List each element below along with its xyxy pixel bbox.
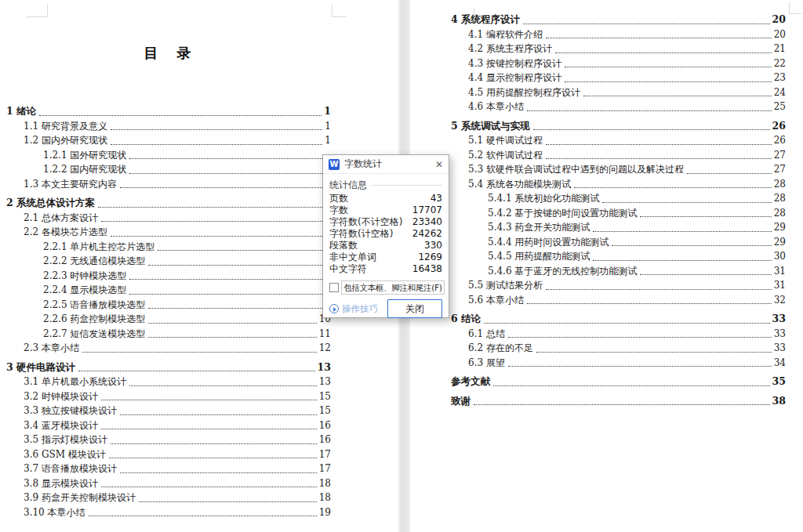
toc-entry[interactable]: 5.5 测试结果分析 31 (451, 278, 786, 293)
dot-leader (484, 323, 770, 324)
toc-entry-text: 3 硬件电路设计 (6, 360, 75, 375)
toc-entry-text: 6 结论 (451, 312, 481, 327)
toc-entry-text: 2.2 各模块芯片选型 (6, 225, 107, 240)
toc-entry-page: 29 (774, 220, 786, 235)
toc-entry[interactable]: 2.2.6 药盒控制模块选型 10 (6, 312, 331, 327)
toc-entry[interactable]: 4.3 按键控制程序设计 22 (451, 56, 786, 71)
toc-entry[interactable]: 1 绪论 1 (6, 104, 331, 119)
toc-entry[interactable]: 5.6 本章小结 32 (451, 293, 786, 308)
toc-entry[interactable]: 5 系统调试与实现 26 (451, 119, 786, 134)
toc-entry[interactable]: 3.4 蓝牙模块设计 16 (6, 418, 331, 433)
toc-entry[interactable]: 6.3 展望 34 (451, 356, 786, 371)
toc-entry[interactable]: 5.4.2 基于按键的时间设置功能测试 28 (451, 206, 786, 221)
toc-entry[interactable]: 5.4.5 用药提醒功能测试 30 (451, 249, 786, 264)
toc-entry[interactable]: 5.4 系统各功能模块测试 28 (451, 177, 786, 192)
toc-entry[interactable]: 5.3 软硬件联合调试过程中遇到的问题以及解决过程 27 (451, 162, 786, 177)
toc-entry[interactable]: 3.2 时钟模块设计 15 (6, 389, 331, 404)
toc-entry-text: 2.2.4 显示模块选型 (6, 283, 126, 298)
dot-leader (158, 250, 329, 251)
include-footnotes-row: 包括文本框、脚注和尾注(F) (329, 280, 442, 295)
toc-entry-text: 4.1 编程软件介绍 (451, 27, 543, 42)
toc-entry[interactable]: 2 系统总体设计方案 (6, 196, 331, 211)
stat-row: 中文字符 16438 (329, 263, 442, 275)
toc-entry[interactable]: 3.3 独立按键模块设计 15 (6, 404, 331, 418)
toc-entry-text: 5.4.3 药盒开关功能测试 (451, 220, 590, 235)
toc-entry-text: 3.7 语音播放模块设计 (6, 461, 117, 476)
toc-entry[interactable]: 4.2 系统主程序设计 21 (451, 42, 786, 56)
toc-entry[interactable]: 6.1 总结 33 (451, 327, 786, 342)
toc-entry[interactable]: 1.3 本文主要研究内容 (6, 177, 331, 192)
toc-entry[interactable]: 2.1 总体方案设计 (6, 211, 331, 226)
toc-entry[interactable]: 3.6 GSM 模块设计 17 (6, 447, 331, 462)
toc-entry-page: 33 (774, 327, 786, 342)
toc-entry-text: 2.2.5 语音播放模块选型 (6, 298, 145, 313)
toc-entry[interactable]: 3.8 显示模块设计 18 (6, 476, 331, 491)
toc-entry[interactable]: 1.1 研究背景及意义 1 (6, 119, 331, 134)
margin-corner-mark (27, 5, 48, 17)
dot-leader (39, 115, 322, 116)
dot-leader (109, 458, 317, 458)
dot-leader (120, 472, 317, 473)
toc-entry[interactable]: 5.4.6 基于蓝牙的无线控制功能测试 31 (451, 264, 786, 279)
toc-entry[interactable]: 2.2 各模块芯片选型 (6, 225, 331, 240)
toc-entry[interactable]: 致谢 38 (451, 394, 786, 409)
toc-entry-text: 5.1 硬件调试过程 (451, 133, 543, 148)
toc-entry[interactable]: 1.2.2 国内研究现状 (6, 162, 331, 177)
toc-entry[interactable]: 5.4.1 系统初始化功能测试 28 (451, 191, 786, 206)
stat-value: 24262 (412, 228, 442, 240)
toc-entry[interactable]: 2.2.7 短信发送模块选型 11 (6, 327, 331, 342)
toc-entry-page: 1 (325, 133, 331, 148)
dot-leader (139, 501, 317, 502)
toc-entry[interactable]: 4.6 本章小结 25 (451, 100, 786, 114)
toc-entry[interactable]: 5.4.4 用药时间设置功能测试 29 (451, 235, 786, 250)
toc-entry-text: 4 系统程序设计 (451, 13, 520, 27)
toc-entry[interactable]: 6.2 存在的不足 33 (451, 341, 786, 356)
page-right: 4 系统程序设计 20 4.1 编程软件介绍 20 4.2 系统主程序设计 21 (410, 0, 803, 532)
include-footnotes-label[interactable]: 包括文本框、脚注和尾注(F) (341, 280, 445, 295)
toc-entry[interactable]: 1.2 国内外研究现状 1 (6, 133, 331, 148)
dot-leader (101, 221, 329, 222)
stat-value: 16438 (412, 263, 442, 275)
dialog-titlebar[interactable]: W 字数统计 ✕ (323, 155, 449, 174)
dot-leader (129, 279, 329, 280)
close-icon[interactable]: ✕ (435, 160, 443, 169)
toc-entry[interactable]: 3.1 单片机最小系统设计 13 (6, 375, 331, 389)
close-button[interactable]: 关闭 (387, 299, 442, 318)
toc-entry[interactable]: 4.1 编程软件介绍 20 (451, 27, 786, 42)
include-footnotes-checkbox[interactable] (329, 283, 339, 292)
tips-link[interactable]: 操作技巧 (329, 303, 378, 315)
toc-entry[interactable]: 2.3 本章小结 12 (6, 341, 331, 356)
toc-entry[interactable]: 1.2.1 国外研究现状 (6, 148, 331, 163)
dot-leader (89, 516, 317, 516)
toc-entry[interactable]: 5.4.3 药盒开关功能测试 29 (451, 220, 786, 235)
toc-entry-page: 23 (774, 71, 786, 85)
dot-leader (129, 173, 329, 174)
toc-entry-page: 31 (774, 264, 786, 279)
toc-entry-page: 27 (774, 162, 786, 177)
toc-entry[interactable]: 3.9 药盒开关控制模块设计 18 (6, 490, 331, 505)
toc-entry[interactable]: 2.2.5 语音播放模块选型 (6, 298, 331, 313)
dot-leader (111, 236, 329, 237)
toc-entry[interactable]: 2.2.3 时钟模块选型 (6, 269, 331, 284)
toc-entry-page: 20 (772, 13, 786, 27)
toc-entry[interactable]: 参考文献 35 (451, 375, 786, 389)
toc-entry[interactable]: 4 系统程序设计 20 (451, 13, 786, 27)
toc-entry[interactable]: 3.10 本章小结 19 (6, 505, 331, 520)
toc-entry[interactable]: 4.4 显示控制程序设计 23 (451, 71, 786, 85)
toc-entry[interactable]: 5.1 硬件调试过程 26 (451, 133, 786, 148)
toc-entry[interactable]: 2.2.2 无线通信模块选型 (6, 254, 331, 269)
toc-entry[interactable]: 6 结论 33 (451, 312, 786, 327)
toc-entry[interactable]: 3.5 指示灯模块设计 16 (6, 432, 331, 447)
toc-entry[interactable]: 3 硬件电路设计 13 (6, 360, 331, 375)
toc-title: 目 录 (6, 44, 331, 63)
toc-entry-page: 24 (774, 85, 786, 100)
stat-label: 字数 (329, 204, 348, 216)
toc-entry[interactable]: 5.2 软件调试过程 27 (451, 148, 786, 163)
dot-leader (546, 38, 772, 38)
toc-entry[interactable]: 2.2.4 显示模块选型 (6, 283, 331, 298)
toc-entry[interactable]: 4.5 用药提醒控制程序设计 24 (451, 85, 786, 100)
toc-entry[interactable]: 3.7 语音播放模块设计 17 (6, 461, 331, 476)
toc-entry[interactable]: 2.2.1 单片机主控芯片选型 (6, 240, 331, 255)
group-divider (372, 185, 442, 186)
dot-leader (612, 245, 771, 246)
